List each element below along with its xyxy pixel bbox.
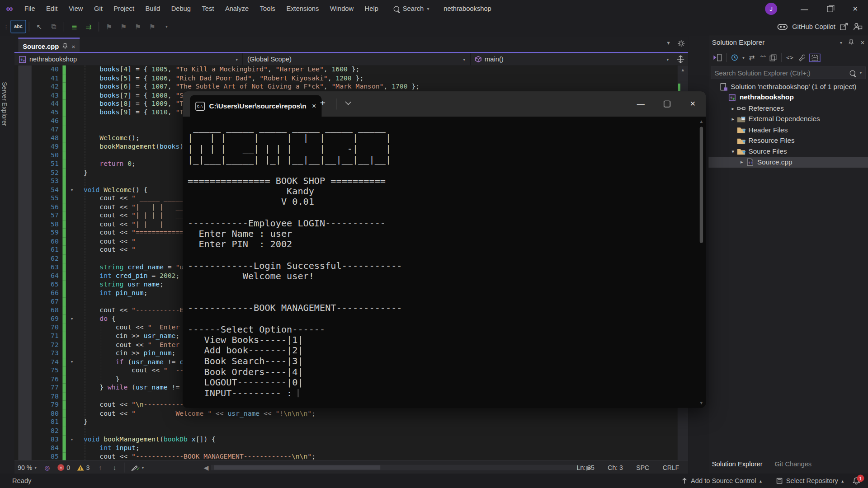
tree-item-external-dependencies[interactable]: ▸External Dependencies: [708, 114, 868, 125]
console-maximize-button[interactable]: [654, 91, 680, 117]
restore-button[interactable]: [817, 0, 842, 18]
menu-item-extensions[interactable]: Extensions: [281, 0, 324, 18]
notifications-bell[interactable]: 1: [853, 477, 860, 485]
menu-item-test[interactable]: Test: [196, 0, 219, 18]
scroll-down-arrow-icon[interactable]: ▼: [698, 401, 705, 406]
horizontal-scrollbar[interactable]: ◀ ▶: [204, 461, 591, 474]
hscroll-thumb[interactable]: [214, 465, 380, 470]
tab-list-chevron-icon[interactable]: ▾: [667, 40, 670, 47]
project-dropdown[interactable]: ++ nethrabookshop ▾: [14, 53, 243, 66]
console-tab[interactable]: C:\ C:\Users\User\source\repos\n ×: [190, 95, 321, 117]
toggle-bookmark-icon[interactable]: ⚑: [103, 20, 116, 33]
fold-chevron-icon[interactable]: ▾: [67, 186, 76, 194]
solution-explorer-search[interactable]: Search Solution Explorer (Ctrl+;) ▾: [711, 66, 866, 79]
code-line-80[interactable]: 80 cout << " Welcome " << usr_name << "!…: [14, 409, 688, 418]
warning-count[interactable]: ! 3: [73, 464, 93, 471]
tab-options-chevron-icon[interactable]: [345, 99, 351, 105]
expand-right-icon[interactable]: ▸: [730, 116, 736, 122]
pin-icon[interactable]: [63, 43, 68, 49]
minimize-button[interactable]: —: [792, 0, 817, 18]
copilot-label[interactable]: GitHub Copilot: [792, 23, 835, 30]
spell-check-toggle[interactable]: abc: [10, 20, 26, 33]
menu-item-window[interactable]: Window: [325, 0, 359, 18]
code-line-40[interactable]: 40 books[4] = { 1005, "To Kill a Mocking…: [14, 65, 688, 74]
avatar[interactable]: J: [765, 3, 777, 15]
menu-item-analyze[interactable]: Analyze: [220, 0, 255, 18]
scroll-up-arrow-icon[interactable]: ▲: [698, 119, 705, 124]
pending-changes-filter-icon[interactable]: [731, 54, 738, 61]
console-minimize-button[interactable]: —: [628, 91, 654, 117]
expand-right-icon[interactable]: ▸: [738, 160, 745, 165]
member-dropdown[interactable]: main() ▾: [470, 53, 673, 66]
console-body[interactable]: _____ _____ _____ _____ _____ _____| | |…: [183, 117, 706, 408]
menu-item-project[interactable]: Project: [108, 0, 140, 18]
search-control[interactable]: Search ▾: [394, 5, 429, 13]
clear-bookmarks-icon[interactable]: ⚑: [146, 20, 159, 33]
chevron-down-icon[interactable]: ▾: [840, 40, 842, 45]
next-bookmark-icon[interactable]: ⚑: [131, 20, 144, 33]
error-count[interactable]: × 0: [54, 464, 73, 471]
console-titlebar[interactable]: C:\ C:\Users\User\source\repos\n × + — ×: [183, 91, 706, 117]
prev-bookmark-icon[interactable]: ⚑: [117, 20, 130, 33]
server-explorer-tab[interactable]: Server Explorer: [1, 82, 8, 126]
tree-item-references[interactable]: ▸References: [708, 103, 868, 114]
code-cleanup-control[interactable]: ✓ ▾: [128, 464, 147, 471]
char-indicator[interactable]: Ch: 3: [601, 464, 630, 471]
close-icon[interactable]: ×: [860, 38, 864, 47]
tree-item-source-files[interactable]: ▾Source Files: [708, 146, 868, 157]
new-tab-button[interactable]: +: [320, 98, 326, 109]
fold-chevron-icon[interactable]: ▾: [67, 315, 76, 324]
prev-issue-icon[interactable]: ↑: [94, 461, 107, 474]
menu-item-git[interactable]: Git: [89, 0, 108, 18]
expand-down-icon[interactable]: ▾: [730, 149, 736, 154]
console-scroll-thumb[interactable]: [700, 127, 703, 243]
split-window-control[interactable]: [673, 53, 688, 66]
tree-item-resource-files[interactable]: Resource Files: [708, 135, 868, 146]
menu-item-help[interactable]: Help: [359, 0, 384, 18]
console-tab-close-icon[interactable]: ×: [312, 102, 316, 110]
properties-pages-icon[interactable]: [769, 54, 777, 61]
code-line-84[interactable]: 84 int input;: [14, 444, 688, 452]
pin-icon[interactable]: [849, 39, 854, 46]
panel-tab-solution-explorer[interactable]: Solution Explorer: [712, 460, 763, 473]
code-line-82[interactable]: 82: [14, 427, 688, 435]
tab-source-cpp[interactable]: Source.cpp ×: [18, 38, 80, 54]
show-all-files-toggle[interactable]: [809, 53, 820, 61]
expand-right-icon[interactable]: ▸: [730, 106, 736, 111]
view-code-icon[interactable]: <>: [786, 54, 793, 61]
code-line-85[interactable]: 85 cout << "------------BOOK MANAGEMENT-…: [14, 452, 688, 460]
scope-dropdown[interactable]: (Global Scope) ▾: [243, 53, 470, 66]
scroll-left-arrow-icon[interactable]: ◀: [204, 464, 209, 471]
panel-tab-git-changes[interactable]: Git Changes: [775, 460, 812, 473]
menu-item-edit[interactable]: Edit: [41, 0, 63, 18]
share-icon[interactable]: [840, 23, 849, 30]
select-repository-button[interactable]: Select Repository ▴: [770, 477, 849, 485]
copy-icon[interactable]: ⧉: [47, 20, 60, 33]
toolbar-overflow-icon[interactable]: ▾: [160, 20, 173, 33]
tree-item-header-files[interactable]: Header Files: [708, 125, 868, 136]
tree-item-source-cpp[interactable]: ▸++Source.cpp: [708, 157, 868, 168]
eol-indicator[interactable]: CRLF: [656, 464, 686, 471]
menu-item-tools[interactable]: Tools: [254, 0, 281, 18]
format-document-icon[interactable]: ≣: [67, 20, 80, 33]
spaces-indicator[interactable]: SPC: [630, 464, 656, 471]
tree-item-nethrabookshop[interactable]: ++nethrabookshop: [708, 92, 868, 103]
zoom-control[interactable]: 90 % ▾: [14, 464, 40, 471]
add-to-source-control-button[interactable]: Add to Source Control ▴: [676, 477, 767, 485]
fold-chevron-icon[interactable]: ▾: [67, 435, 76, 444]
scroll-up-arrow-icon[interactable]: ▲: [678, 65, 688, 72]
feedback-person-icon[interactable]: [853, 23, 863, 30]
code-line-42[interactable]: 42 books[6] = { 1007, "The Subtle Art of…: [14, 83, 688, 91]
line-indicator[interactable]: Ln: 35: [570, 464, 601, 471]
health-indicator-icon[interactable]: ◎: [41, 461, 54, 474]
properties-wrench-icon[interactable]: [798, 54, 805, 61]
tab-close-icon[interactable]: ×: [71, 43, 75, 50]
code-line-83[interactable]: 83▾void bookManagement(bookDb x[]) {: [14, 435, 688, 444]
chevron-down-icon[interactable]: ▾: [742, 55, 745, 60]
menu-item-file[interactable]: File: [19, 0, 41, 18]
tree-item-solution-nethrabookshop-1-of-1-project[interactable]: Solution 'nethrabookshop' (1 of 1 projec…: [708, 81, 868, 92]
next-issue-icon[interactable]: ↓: [108, 461, 121, 474]
console-close-button[interactable]: ×: [680, 91, 706, 117]
switch-views-icon[interactable]: [713, 54, 722, 61]
collapse-all-icon[interactable]: ⌃⌃: [759, 55, 765, 61]
